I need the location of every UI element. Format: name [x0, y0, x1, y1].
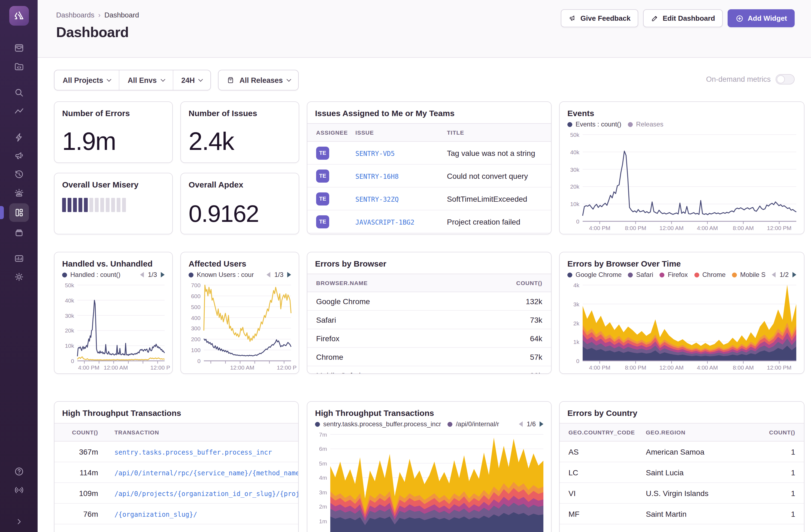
widget-title[interactable]: Overall Apdex: [181, 173, 299, 189]
pager-prev-icon[interactable]: [519, 421, 523, 427]
column-header[interactable]: COUNT(): [502, 279, 551, 286]
widget-title[interactable]: Affected Users: [181, 253, 299, 268]
legend-item[interactable]: sentry.tasks.process_buffer.process_incr: [315, 420, 441, 428]
environments-filter-dropdown[interactable]: All Envs: [119, 70, 173, 90]
widget-title[interactable]: Errors by Country: [560, 402, 804, 417]
releases-filter-dropdown[interactable]: All Releases: [218, 70, 299, 90]
sidebar-item-insights[interactable]: [9, 250, 29, 267]
legend-item[interactable]: Safari: [628, 271, 653, 278]
widget-title[interactable]: Errors by Browser Over Time: [560, 253, 804, 268]
pager-prev-icon[interactable]: [267, 272, 271, 277]
pager-prev-icon[interactable]: [772, 272, 776, 277]
count-value: 1: [766, 510, 804, 518]
search-icon: [13, 87, 24, 98]
legend-item[interactable]: Mobile S: [732, 271, 765, 278]
issue-link[interactable]: SENTRY-16H8: [355, 172, 399, 180]
sidebar-collapse-button[interactable]: [9, 514, 29, 530]
pager-next-icon[interactable]: [793, 272, 796, 277]
sidebar: [0, 0, 37, 532]
sidebar-item-whats-new[interactable]: [9, 482, 29, 498]
table-row: 76m/{organization_slug}/: [55, 504, 298, 525]
projects-filter-dropdown[interactable]: All Projects: [55, 70, 119, 90]
widget-title[interactable]: Issues Assigned to Me or My Teams: [307, 102, 551, 118]
pager-prev-icon[interactable]: [140, 272, 144, 277]
sidebar-item-projects[interactable]: [9, 58, 29, 75]
widget-title[interactable]: Overall User Misery: [55, 173, 172, 189]
pager-next-icon[interactable]: [287, 272, 291, 277]
edit-dashboard-button[interactable]: Edit Dashboard: [643, 9, 723, 27]
sidebar-item-stats[interactable]: [9, 103, 29, 119]
sidebar-item-dashboards[interactable]: [9, 203, 29, 222]
legend-dot-icon: [315, 422, 320, 427]
column-header[interactable]: TRANSACTION: [100, 429, 298, 436]
widget-title[interactable]: Handled vs. Unhandled: [55, 253, 172, 268]
widget-title[interactable]: High Throughput Transactions: [55, 402, 298, 417]
breadcrumb-dashboards-link[interactable]: Dashboards: [56, 11, 94, 19]
on-demand-metrics-label: On-demand metrics: [706, 75, 771, 83]
pager-next-icon[interactable]: [539, 421, 544, 427]
widget-title[interactable]: Number of Errors: [55, 102, 172, 118]
legend-dot-icon: [448, 422, 453, 427]
sidebar-item-replays[interactable]: [9, 166, 29, 183]
table-header: COUNT()TRANSACTION: [55, 423, 298, 442]
legend-item[interactable]: Google Chrome: [567, 271, 621, 278]
active-indicator: [0, 206, 3, 219]
column-header[interactable]: ASSIGNEE: [307, 129, 355, 136]
column-header[interactable]: TITLE: [447, 129, 551, 136]
widget-title[interactable]: Number of Issues: [181, 102, 299, 118]
sidebar-item-explore[interactable]: [9, 85, 29, 101]
transaction-link[interactable]: /api/0/projects/{organization_id_or_slug…: [114, 490, 298, 497]
issue-link[interactable]: JAVASCRIPT-1BG2: [355, 218, 414, 226]
assignee-avatar[interactable]: TE: [316, 192, 329, 205]
pager-next-icon[interactable]: [161, 272, 165, 277]
sidebar-item-settings[interactable]: [9, 269, 29, 285]
assignee-avatar[interactable]: TE: [316, 146, 329, 159]
page-filter-group: All Projects All Envs 24H: [54, 70, 211, 90]
column-header[interactable]: BROWSER.NAME: [307, 279, 502, 286]
legend-item[interactable]: Known Users : cour: [188, 271, 254, 278]
give-feedback-button[interactable]: Give Feedback: [561, 9, 638, 27]
date-range-filter-dropdown[interactable]: 24H: [172, 70, 211, 90]
sidebar-item-issues[interactable]: [9, 40, 29, 56]
legend-item[interactable]: Handled : count(): [62, 271, 120, 278]
add-widget-button[interactable]: Add Widget: [728, 9, 795, 27]
user-misery-score-bar: [55, 198, 172, 212]
transaction-link[interactable]: sentry.tasks.process_buffer.process_incr: [114, 448, 272, 456]
browser-name: Chrome: [307, 352, 502, 361]
sidebar-item-feedback[interactable]: [9, 148, 29, 164]
column-header[interactable]: COUNT(): [766, 429, 804, 436]
sidebar-item-alerts[interactable]: [9, 185, 29, 201]
chart-canvas: [77, 282, 165, 362]
country-code: MF: [560, 510, 646, 518]
legend-item[interactable]: Releases: [628, 120, 663, 128]
sidebar-item-performance[interactable]: [9, 129, 29, 146]
column-header[interactable]: COUNT(): [55, 429, 100, 436]
widget-title[interactable]: Events: [560, 102, 804, 118]
issue-link[interactable]: SENTRY-32ZQ: [355, 195, 399, 203]
legend-item[interactable]: Events : count(): [567, 120, 621, 128]
issue-link[interactable]: SENTRY-VD5: [355, 150, 395, 157]
on-demand-metrics-toggle[interactable]: [776, 74, 795, 85]
top-bar: Dashboards › Dashboard Dashboard Give Fe…: [37, 0, 811, 58]
sentry-logo[interactable]: [9, 6, 29, 26]
sidebar-item-crons[interactable]: [9, 224, 29, 240]
issue-title: Tag value was not a string: [447, 149, 551, 157]
assignee-avatar[interactable]: TE: [316, 169, 329, 182]
column-header[interactable]: GEO.REGION: [646, 429, 766, 436]
widget-title[interactable]: High Throughput Transactions: [307, 402, 551, 417]
legend-item[interactable]: /api/0/internal/r: [448, 420, 499, 428]
legend-item[interactable]: Chrome: [694, 271, 725, 278]
table-row: Chrome57k: [307, 348, 551, 366]
sidebar-item-help[interactable]: [9, 463, 29, 480]
legend-item[interactable]: Firefox: [659, 271, 688, 278]
gear-icon: [13, 271, 24, 282]
assignee-avatar[interactable]: TE: [316, 215, 329, 228]
widget-title[interactable]: Errors by Browser: [307, 253, 551, 268]
column-header[interactable]: ISSUE: [355, 129, 447, 136]
issues-icon: [13, 43, 24, 54]
transaction-link[interactable]: /api/0/internal/rpc/{service_name}/{meth…: [114, 469, 298, 477]
legend-dot-icon: [628, 122, 633, 127]
table-row: VIU.S. Virgin Islands1: [560, 483, 804, 504]
transaction-link[interactable]: /{organization_slug}/: [114, 511, 197, 518]
column-header[interactable]: GEO.COUNTRY_CODE: [560, 429, 646, 436]
